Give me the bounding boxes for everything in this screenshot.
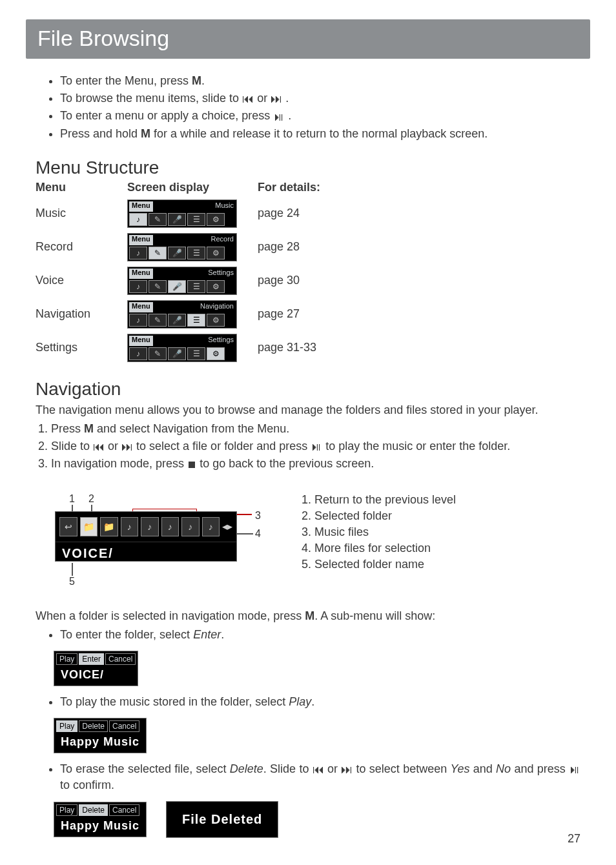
intro-item: To browse the menu items, slide to ⏮ or … <box>60 90 580 107</box>
option-play: Play <box>289 695 311 708</box>
submenu-item: To play the music stored in the folder, … <box>60 694 580 710</box>
navigation-figure: 1 2 3 4 5 ↩ 📁 📁 ♪ ♪ ♪ ♪ ♪ <box>55 485 268 589</box>
text: To enter the Menu, press <box>60 74 192 87</box>
intro-item: To enter the Menu, press M. <box>60 73 580 89</box>
opt-play: Play <box>56 804 77 816</box>
text: To play the music stored in the folder, … <box>60 695 289 708</box>
next-icon: ⏭ <box>121 441 133 453</box>
opt-cancel: Cancel <box>105 653 136 665</box>
more-right-icon: ◂▸ <box>222 520 232 533</box>
opt-play: Play <box>56 720 77 732</box>
intro-item: To enter a menu or apply a choice, press… <box>60 108 580 124</box>
stop-icon <box>189 462 195 468</box>
legend-item: Music files <box>314 524 456 540</box>
text: and press <box>511 762 569 775</box>
lcd-mode-label: Navigation <box>199 302 235 312</box>
callout-1: 1 <box>69 493 75 505</box>
menu-detail: page 30 <box>258 274 387 287</box>
text: . <box>311 695 314 708</box>
opt-play: Play <box>56 653 77 665</box>
menu-detail: page 28 <box>258 240 387 254</box>
lcd-record-icon: ✎ <box>149 213 167 226</box>
intro-item: Press and hold M for a while and release… <box>60 126 580 142</box>
opt-enter: Enter <box>79 653 104 665</box>
submenu-item: To erase the selected file, select Delet… <box>60 761 580 793</box>
callout-3: 3 <box>255 510 261 522</box>
back-icon: ↩ <box>59 517 77 536</box>
menu-detail: page 31-33 <box>258 341 387 354</box>
menu-name: Navigation <box>36 307 119 321</box>
lcd-settings-icon: ⚙ <box>207 280 225 293</box>
text: In navigation mode, press <box>51 457 187 470</box>
submenu-lcd-1: Play Enter Cancel VOICE/ <box>54 651 138 686</box>
navigation-intro: The navigation menu allows you to browse… <box>36 402 580 418</box>
text: To enter the folder, select <box>60 628 193 641</box>
lcd-settings-icon: ⚙ <box>207 213 225 226</box>
opt-cancel: Cancel <box>109 720 139 732</box>
text: or <box>105 440 121 453</box>
folder-name-label: VOICE/ <box>56 542 236 565</box>
file-deleted-message: File Deleted <box>166 801 278 838</box>
lcd-record-icon: ✎ <box>149 347 167 360</box>
lcd-nav-icon: ☰ <box>187 280 205 293</box>
lcd-record-icon: ✎ <box>149 280 167 293</box>
menu-structure-table: Menu Screen display For details: Music M… <box>36 181 580 362</box>
lcd-nav-icon: ☰ <box>187 347 205 360</box>
prev-icon: ⏮ <box>242 93 254 105</box>
lcd-menu-tab: Menu <box>129 201 153 212</box>
lcd-settings-icon: ⚙ <box>207 247 225 260</box>
opt-cancel: Cancel <box>109 804 139 816</box>
lcd-nav-icon: ☰ <box>187 247 205 260</box>
text: Press <box>51 422 84 435</box>
text: Press and hold <box>60 127 141 140</box>
text: or <box>324 762 342 775</box>
figure-legend: Return to the previous level Selected fo… <box>300 485 456 573</box>
prev-icon: ⏮ <box>313 764 324 775</box>
text: . A sub-menu will show: <box>314 609 435 622</box>
text: to go back to the previous screen. <box>196 457 374 470</box>
menu-name: Voice <box>36 274 119 287</box>
option-enter: Enter <box>193 628 221 641</box>
music-file-icon: ♪ <box>141 517 159 536</box>
music-file-icon: ♪ <box>121 517 139 536</box>
text: to confirm. <box>60 778 114 791</box>
prev-icon: ⏮ <box>93 441 105 453</box>
lcd-music-icon: ♪ <box>129 314 147 327</box>
music-file-icon: ♪ <box>202 517 220 536</box>
text: To enter a menu or apply a choice, press <box>60 109 273 122</box>
page-title: File Browsing <box>26 19 590 59</box>
next-icon: ⏭ <box>271 93 282 105</box>
opt-delete: Delete <box>79 720 108 732</box>
submenu-lcd-3: Play Delete Cancel Happy Music <box>54 802 147 837</box>
lcd-mode-label: Record <box>210 235 235 245</box>
folder-icon: 📁 <box>80 517 98 536</box>
lcd-voice-icon: 🎤 <box>168 347 186 360</box>
lcd-voice-icon: 🎤 <box>168 213 186 226</box>
text: When a folder is selected in navigation … <box>36 609 305 622</box>
next-icon: ⏭ <box>341 764 353 775</box>
legend-item: Return to the previous level <box>314 492 456 508</box>
play-pause-icon: ⏯ <box>311 441 322 453</box>
key-m: M <box>141 127 150 140</box>
col-menu: Menu <box>36 181 119 194</box>
callout-2: 2 <box>88 493 94 505</box>
legend-item: More files for selection <box>314 540 456 556</box>
option-no: No <box>496 762 511 775</box>
text: to select a file or folder and press <box>133 440 311 453</box>
step: In navigation mode, press to go back to … <box>51 456 580 472</box>
submenu-intro: When a folder is selected in navigation … <box>36 608 580 624</box>
lcd-record-icon: ✎ <box>149 314 167 327</box>
text: to select between <box>353 762 450 775</box>
lcd-music-icon: ♪ <box>129 280 147 293</box>
step: Slide to ⏮ or ⏭ to select a file or fold… <box>51 438 580 454</box>
text: and <box>470 762 497 775</box>
text: or <box>254 92 271 105</box>
submenu-item: To enter the folder, select Enter. <box>60 627 580 643</box>
text: . Slide to <box>263 762 313 775</box>
legend-item: Selected folder <box>314 508 456 524</box>
text: To browse the menu items, slide to <box>60 92 242 105</box>
navigation-steps: Press M and select Navigation from the M… <box>36 421 580 473</box>
menu-name: Record <box>36 240 119 254</box>
step: Press M and select Navigation from the M… <box>51 421 580 437</box>
lcd-settings-icon: ⚙ <box>207 314 225 327</box>
